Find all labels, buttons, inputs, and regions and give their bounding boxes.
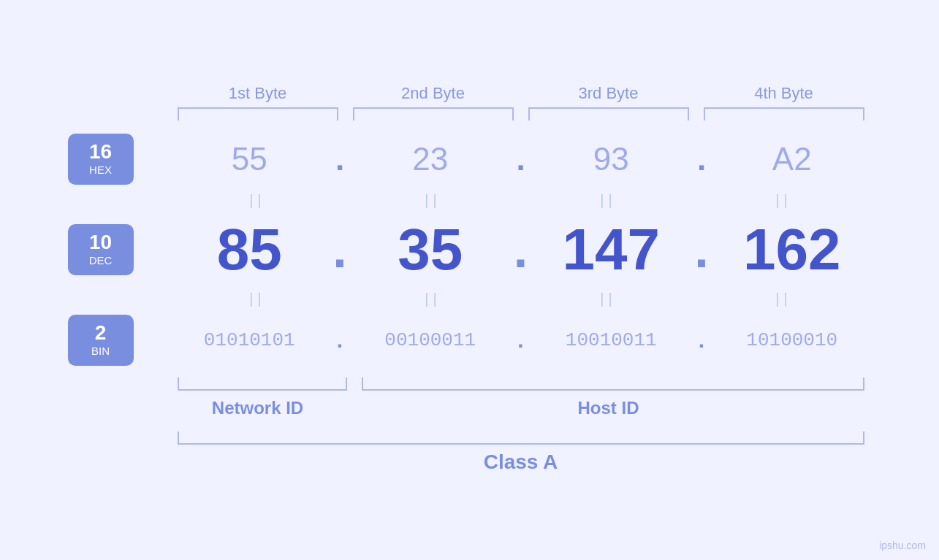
hex-values: 55 . 23 . 93 . A2 <box>170 141 872 177</box>
dec-row: 10 DEC 85 . 35 . 147 . 162 <box>68 210 872 289</box>
dec-values: 85 . 35 . 147 . 162 <box>170 216 872 283</box>
host-id-label: Host ID <box>346 394 872 423</box>
bin-base-label: BIN <box>91 345 110 357</box>
bottom-brackets <box>68 377 872 391</box>
dec-val-1: 85 <box>170 216 330 283</box>
dec-val-3: 147 <box>532 216 691 283</box>
dec-badge: 10 DEC <box>68 224 134 275</box>
bracket-2 <box>353 107 514 120</box>
hex-val-4: A2 <box>712 141 872 177</box>
bin-values: 01010101 . 00100011 . 10010011 . 1010001… <box>170 328 872 353</box>
hex-badge: 16 HEX <box>68 134 134 185</box>
equals-row-1: || || || || <box>68 192 872 209</box>
network-bracket <box>178 377 347 391</box>
hex-val-1: 55 <box>170 141 330 177</box>
byte-label-4: 4th Byte <box>696 84 872 103</box>
main-container: 1st Byte 2nd Byte 3rd Byte 4th Byte 16 H… <box>68 84 872 477</box>
dot-dec-2: . <box>510 220 532 279</box>
byte-labels-row: 1st Byte 2nd Byte 3rd Byte 4th Byte <box>68 84 872 103</box>
dec-val-2: 35 <box>351 216 510 283</box>
bin-val-1: 01010101 <box>170 329 330 351</box>
class-label: Class A <box>170 448 872 477</box>
bracket-1 <box>178 107 338 120</box>
eq-2-3: || <box>521 291 696 307</box>
byte-label-3: 3rd Byte <box>521 84 696 103</box>
hex-row: 16 HEX 55 . 23 . 93 . A2 <box>68 128 872 191</box>
bracket-4 <box>704 107 864 120</box>
eq-2-2: || <box>346 291 521 307</box>
eq-1-4: || <box>696 192 872 209</box>
watermark: ipshu.com <box>879 540 926 551</box>
bin-badge: 2 BIN <box>68 315 134 366</box>
class-bracket-row <box>68 431 872 445</box>
dot-dec-1: . <box>329 220 351 279</box>
byte-label-1: 1st Byte <box>170 84 346 103</box>
eq-1-3: || <box>521 192 696 209</box>
class-label-row: Class A <box>68 448 872 477</box>
network-id-label: Network ID <box>170 394 346 423</box>
hex-base-num: 16 <box>89 142 112 162</box>
dot-bin-2: . <box>510 328 532 353</box>
dec-base-num: 10 <box>89 232 112 253</box>
eq-2-4: || <box>696 291 872 307</box>
eq-1-2: || <box>346 192 521 209</box>
dec-val-4: 162 <box>712 216 872 283</box>
top-brackets <box>68 107 872 120</box>
dot-dec-3: . <box>691 220 712 279</box>
dot-bin-3: . <box>691 328 712 353</box>
equals-row-2: || || || || <box>68 291 872 307</box>
hex-base-label: HEX <box>89 164 112 176</box>
dot-hex-1: . <box>329 141 351 177</box>
bin-base-num: 2 <box>95 323 107 343</box>
eq-2-1: || <box>170 291 346 307</box>
bin-row: 2 BIN 01010101 . 00100011 . 10010011 . 1… <box>68 309 872 372</box>
byte-label-2: 2nd Byte <box>346 84 521 103</box>
bracket-3 <box>528 107 689 120</box>
id-labels-row: Network ID Host ID <box>68 394 872 423</box>
dot-bin-1: . <box>329 328 351 353</box>
host-bracket <box>362 377 864 391</box>
dot-hex-3: . <box>691 141 712 177</box>
eq-1-1: || <box>170 192 346 209</box>
bin-val-4: 10100010 <box>712 329 872 351</box>
dot-hex-2: . <box>510 141 532 177</box>
bin-val-3: 10010011 <box>532 329 691 351</box>
hex-val-2: 23 <box>351 141 510 177</box>
dec-base-label: DEC <box>89 254 113 266</box>
hex-val-3: 93 <box>532 141 691 177</box>
bin-val-2: 00100011 <box>351 329 510 351</box>
class-bracket <box>178 431 864 445</box>
